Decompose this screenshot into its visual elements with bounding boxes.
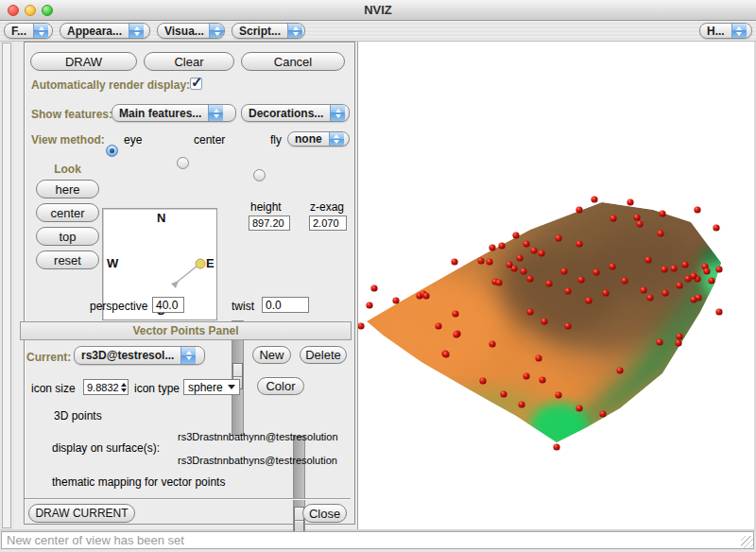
view-method-label: View method: bbox=[31, 133, 105, 147]
dropdown-arrow-icon bbox=[228, 385, 235, 389]
vector-point bbox=[690, 296, 696, 302]
vector-point bbox=[661, 266, 667, 272]
perspective-value-field[interactable]: 40.0 bbox=[152, 297, 184, 313]
vector-point bbox=[585, 297, 592, 303]
look-center-button[interactable]: center bbox=[36, 203, 99, 222]
panel-scrollbar[interactable] bbox=[0, 42, 14, 529]
vector-point bbox=[640, 286, 646, 293]
menu-appearance[interactable]: Appeara... bbox=[60, 23, 150, 39]
display-on-surfaces-label: display on surface(s): bbox=[52, 441, 160, 455]
vector-point bbox=[452, 310, 458, 317]
icon-size-label: icon size bbox=[31, 382, 76, 395]
look-reset-button[interactable]: reset bbox=[36, 250, 99, 269]
show-features-label: Show features: bbox=[31, 108, 112, 121]
vector-point bbox=[564, 322, 571, 329]
clear-button[interactable]: Clear bbox=[144, 52, 234, 71]
vector-point bbox=[703, 267, 710, 274]
vector-point bbox=[676, 282, 682, 288]
vector-point bbox=[555, 391, 561, 398]
cancel-button[interactable]: Cancel bbox=[241, 52, 345, 71]
vector-point bbox=[500, 390, 507, 397]
vector-point bbox=[523, 240, 529, 247]
vector-point bbox=[530, 247, 537, 253]
panel-separator bbox=[25, 498, 351, 500]
view-method-eye-radio[interactable] bbox=[106, 145, 118, 157]
vector-point bbox=[644, 256, 651, 263]
vector-point bbox=[435, 322, 441, 329]
twist-label: twist bbox=[232, 300, 254, 313]
main-area: DRAW Clear Cancel Automatically render d… bbox=[0, 42, 756, 531]
vector-point bbox=[681, 261, 688, 267]
popup-arrows-icon bbox=[209, 24, 224, 38]
vector-point bbox=[657, 230, 663, 236]
vector-point bbox=[520, 267, 526, 274]
vector-point bbox=[616, 367, 623, 373]
vector-point bbox=[498, 242, 505, 249]
color-button[interactable]: Color bbox=[257, 377, 304, 395]
vector-point bbox=[453, 331, 459, 337]
zexag-value-field[interactable]: 2.070 bbox=[309, 216, 347, 231]
status-message: New center of view has been set bbox=[1, 531, 754, 549]
vector-point bbox=[670, 265, 677, 271]
vector-point bbox=[489, 244, 495, 250]
nviz-window: NVIZ F... Appeara... Visua... Script... … bbox=[0, 0, 756, 552]
vector-point bbox=[392, 297, 399, 303]
delete-button[interactable]: Delete bbox=[300, 346, 347, 364]
vector-point bbox=[576, 206, 582, 213]
compass-east-label: E bbox=[206, 256, 215, 270]
menu-file[interactable]: F... bbox=[4, 23, 53, 39]
vector-point bbox=[358, 322, 365, 329]
vector-point bbox=[422, 292, 429, 299]
look-top-button[interactable]: top bbox=[36, 227, 99, 246]
control-panel: DRAW Clear Cancel Automatically render d… bbox=[14, 42, 357, 529]
vector-point bbox=[694, 206, 700, 213]
vector-point bbox=[539, 376, 545, 383]
popup-arrows-icon bbox=[33, 24, 48, 38]
vector-point bbox=[526, 308, 533, 315]
vector-point bbox=[602, 289, 609, 296]
icon-size-spinner[interactable]: 9.8832 bbox=[83, 379, 129, 395]
height-value-field[interactable]: 897.20 bbox=[249, 216, 290, 231]
vector-point bbox=[442, 351, 449, 357]
height-label: height bbox=[250, 200, 282, 214]
new-button[interactable]: New bbox=[252, 346, 291, 364]
vector-point bbox=[621, 277, 627, 284]
vector-point bbox=[516, 254, 523, 261]
terrain-scene bbox=[358, 42, 755, 529]
current-vector-popup[interactable]: rs3D@testresol... bbox=[74, 346, 205, 365]
fly-mode-popup[interactable]: none bbox=[287, 131, 350, 147]
twist-value-field[interactable]: 0.0 bbox=[262, 297, 309, 313]
popup-arrows-icon bbox=[287, 24, 302, 38]
menu-help[interactable]: H... bbox=[699, 23, 752, 39]
vector-point bbox=[486, 258, 492, 265]
vector-point bbox=[599, 410, 606, 417]
menu-visualize[interactable]: Visua... bbox=[157, 23, 225, 39]
resize-grip-icon[interactable] bbox=[741, 536, 753, 548]
thematic-mapping-label: thematic mapping for vector points bbox=[52, 475, 225, 489]
vector-point bbox=[627, 198, 633, 205]
vector-point bbox=[451, 258, 457, 265]
decorations-popup[interactable]: Decorations... bbox=[241, 104, 350, 122]
window-title: NVIZ bbox=[0, 3, 756, 17]
vector-point bbox=[713, 224, 719, 231]
vector-point bbox=[560, 267, 567, 274]
close-button[interactable]: Close bbox=[302, 504, 347, 523]
look-here-button[interactable]: here bbox=[36, 180, 99, 198]
view-method-fly-radio[interactable] bbox=[253, 169, 266, 181]
compass-west-label: W bbox=[107, 256, 118, 270]
draw-current-button[interactable]: DRAW CURRENT bbox=[28, 504, 135, 523]
spinner-arrows-icon[interactable] bbox=[119, 383, 129, 392]
icon-type-dropdown[interactable]: sphere bbox=[183, 379, 240, 395]
3d-viewport[interactable] bbox=[357, 42, 756, 529]
vector-point bbox=[636, 220, 643, 227]
auto-render-checkbox[interactable] bbox=[190, 78, 202, 90]
main-features-popup[interactable]: Main features... bbox=[112, 104, 236, 122]
draw-button[interactable]: DRAW bbox=[30, 52, 137, 71]
view-method-center-radio[interactable] bbox=[177, 157, 189, 169]
look-label: Look bbox=[36, 163, 99, 176]
menu-scripting[interactable]: Script... bbox=[232, 23, 305, 39]
vector-point bbox=[662, 289, 668, 296]
view-method-center-label: center bbox=[194, 133, 225, 147]
vector-point bbox=[659, 210, 665, 216]
vector-point bbox=[518, 401, 524, 407]
